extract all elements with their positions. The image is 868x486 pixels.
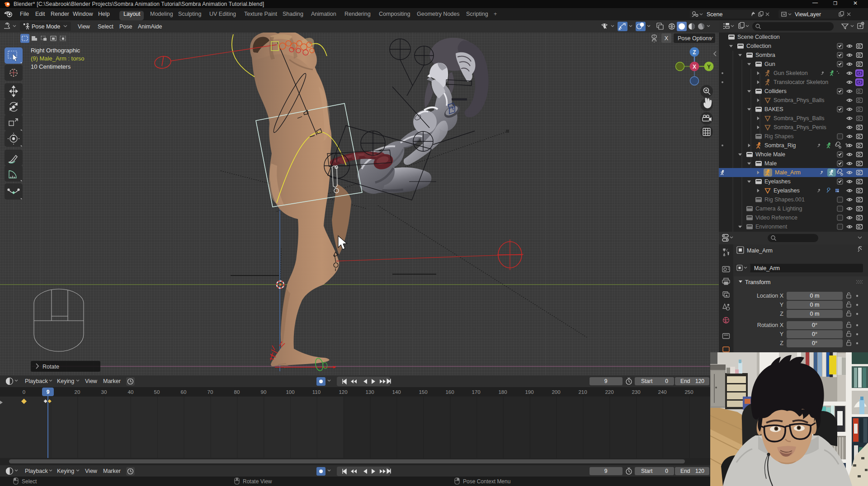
svg-text:Whole Male: Whole Male bbox=[755, 151, 785, 158]
svg-text:X: X bbox=[693, 64, 696, 70]
svg-text:View: View bbox=[78, 23, 90, 30]
svg-text:30: 30 bbox=[101, 389, 107, 395]
svg-text:Z: Z bbox=[780, 340, 783, 346]
svg-text:Gun Skeleton: Gun Skeleton bbox=[774, 70, 808, 76]
svg-text:Pose Context Menu: Pose Context Menu bbox=[463, 478, 510, 485]
svg-text:150: 150 bbox=[419, 389, 427, 395]
svg-text:Colliders: Colliders bbox=[764, 88, 787, 94]
svg-text:Video Reference: Video Reference bbox=[755, 215, 797, 221]
svg-text:0 m: 0 m bbox=[810, 293, 820, 299]
svg-text:130: 130 bbox=[365, 389, 374, 395]
svg-text:Y: Y bbox=[780, 331, 784, 337]
svg-text:Eyelashes: Eyelashes bbox=[774, 187, 800, 194]
svg-text:X: X bbox=[665, 35, 669, 42]
svg-text:Select: Select bbox=[98, 23, 113, 30]
svg-text:Scene: Scene bbox=[707, 11, 722, 18]
svg-text:Scene Collection: Scene Collection bbox=[737, 34, 780, 40]
svg-text:140: 140 bbox=[392, 389, 401, 395]
svg-text:AnimAide: AnimAide bbox=[138, 23, 162, 30]
svg-text:Camera & Lighting: Camera & Lighting bbox=[755, 206, 802, 212]
svg-text:Sombra: Sombra bbox=[755, 52, 775, 58]
svg-text:0°: 0° bbox=[812, 331, 817, 337]
svg-text:240: 240 bbox=[658, 389, 666, 395]
svg-text:Rotate: Rotate bbox=[42, 364, 59, 370]
svg-text:70: 70 bbox=[208, 389, 213, 395]
svg-text:220: 220 bbox=[605, 389, 613, 395]
svg-text:Male_Arm: Male_Arm bbox=[775, 169, 801, 176]
svg-text:Pose Options: Pose Options bbox=[678, 35, 712, 42]
svg-text:180: 180 bbox=[498, 389, 507, 395]
svg-text:ViewLayer: ViewLayer bbox=[795, 11, 821, 18]
svg-text:Male_Arm: Male_Arm bbox=[754, 265, 780, 271]
svg-text:250: 250 bbox=[684, 389, 693, 395]
svg-text:Sombra_Phys_Balls: Sombra_Phys_Balls bbox=[774, 97, 825, 103]
svg-text:170: 170 bbox=[472, 389, 480, 395]
svg-text:Pose: Pose bbox=[119, 23, 132, 30]
svg-text:90: 90 bbox=[261, 389, 267, 395]
svg-text:Select: Select bbox=[22, 478, 37, 485]
svg-text:BAKES: BAKES bbox=[764, 106, 783, 112]
svg-text:Y: Y bbox=[780, 302, 784, 308]
svg-text:Male: Male bbox=[764, 160, 777, 167]
svg-text:210: 210 bbox=[578, 389, 587, 395]
svg-text:Transform: Transform bbox=[745, 279, 771, 285]
svg-text:120: 120 bbox=[339, 389, 347, 395]
svg-text:0: 0 bbox=[23, 389, 25, 395]
svg-text:Rig Shapes.001: Rig Shapes.001 bbox=[764, 196, 805, 203]
svg-text:190: 190 bbox=[525, 389, 533, 395]
svg-text:0°: 0° bbox=[812, 322, 817, 328]
svg-text:Pose Mode: Pose Mode bbox=[32, 23, 60, 30]
svg-text:110: 110 bbox=[312, 389, 321, 395]
svg-text:20: 20 bbox=[75, 389, 80, 395]
svg-text:0 m: 0 m bbox=[810, 302, 820, 308]
svg-text:Sombra_Phys_Balls: Sombra_Phys_Balls bbox=[774, 115, 825, 122]
svg-text:9: 9 bbox=[47, 389, 50, 395]
svg-text:230: 230 bbox=[632, 389, 640, 395]
svg-text:50: 50 bbox=[154, 389, 160, 395]
svg-text:Gun: Gun bbox=[764, 61, 775, 67]
svg-text:Rotate View: Rotate View bbox=[243, 478, 272, 485]
svg-text:0°: 0° bbox=[812, 340, 817, 346]
svg-text:160: 160 bbox=[445, 389, 454, 395]
svg-text:Rig Shapes: Rig Shapes bbox=[764, 133, 794, 140]
svg-text:Y: Y bbox=[707, 64, 711, 70]
svg-text:(9) Male_Arm : torso: (9) Male_Arm : torso bbox=[31, 55, 84, 62]
svg-text:Z: Z bbox=[693, 49, 696, 56]
svg-text:Z: Z bbox=[780, 311, 783, 317]
svg-text:Right Orthographic: Right Orthographic bbox=[31, 47, 80, 54]
svg-text:Collection: Collection bbox=[746, 43, 771, 49]
svg-text:Sombra_Rig: Sombra_Rig bbox=[764, 142, 796, 149]
svg-text:Sombra_Phys_Penis: Sombra_Phys_Penis bbox=[774, 124, 826, 131]
svg-text:60: 60 bbox=[181, 389, 187, 395]
svg-text:100: 100 bbox=[286, 389, 294, 395]
svg-text:200: 200 bbox=[552, 389, 560, 395]
svg-text:80: 80 bbox=[234, 389, 240, 395]
svg-text:Environment: Environment bbox=[755, 224, 788, 230]
svg-text:Translocator Skeleton: Translocator Skeleton bbox=[774, 79, 828, 85]
svg-text:Male_Arm: Male_Arm bbox=[747, 248, 773, 254]
svg-text:Eyelashes: Eyelashes bbox=[764, 178, 791, 185]
svg-text:40: 40 bbox=[128, 389, 134, 395]
svg-text:Rotation X: Rotation X bbox=[757, 322, 784, 328]
svg-text:Location X: Location X bbox=[757, 293, 784, 299]
svg-text:0 m: 0 m bbox=[810, 311, 820, 317]
svg-text:10 Centimeters: 10 Centimeters bbox=[31, 63, 71, 70]
